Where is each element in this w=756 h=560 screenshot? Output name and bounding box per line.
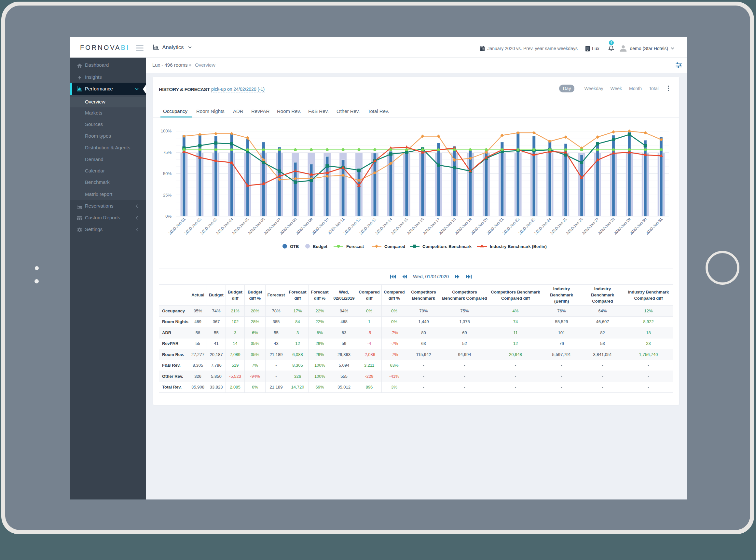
svg-text:50%: 50% bbox=[163, 171, 172, 176]
svg-text:0%: 0% bbox=[165, 214, 172, 219]
svg-text:Competitors Benchmark: Competitors Benchmark bbox=[422, 244, 472, 249]
svg-text:Industry Benchmark (Berlin): Industry Benchmark (Berlin) bbox=[490, 244, 547, 249]
svg-text:100%: 100% bbox=[161, 128, 172, 134]
svg-text:75%: 75% bbox=[163, 150, 172, 155]
svg-text:25%: 25% bbox=[163, 193, 172, 198]
svg-text:2020-Jan-10: 2020-Jan-10 bbox=[311, 217, 330, 236]
svg-text:Forecast: Forecast bbox=[346, 244, 364, 249]
svg-text:Budget: Budget bbox=[313, 244, 327, 249]
svg-text:2020-Jan-31: 2020-Jan-31 bbox=[645, 217, 663, 236]
svg-text:Compared: Compared bbox=[384, 244, 405, 249]
svg-text:OTB: OTB bbox=[290, 244, 299, 249]
